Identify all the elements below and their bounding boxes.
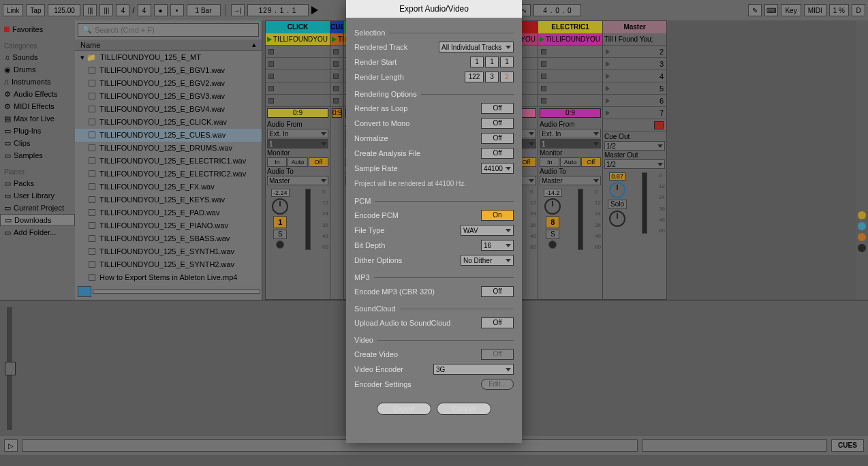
sidebar-item-samples[interactable]: ▭Samples bbox=[0, 149, 75, 161]
clip-slot[interactable] bbox=[538, 58, 602, 70]
sidebar-item-midi-effects[interactable]: ⚙MIDI Effects bbox=[0, 100, 75, 112]
solo-button[interactable]: Solo bbox=[608, 200, 627, 209]
sidebar-item-sounds[interactable]: ♫Sounds bbox=[0, 51, 75, 63]
clip-slot[interactable] bbox=[330, 58, 343, 70]
clip-09[interactable]: 0:9 bbox=[332, 108, 342, 118]
sidebar-item-audio-effects[interactable]: ⚙Audio Effects bbox=[0, 88, 75, 100]
file-row[interactable]: TILLIFOUNDYOU_125_E_FX.wav bbox=[75, 181, 262, 193]
sidebar-item-current-project[interactable]: ▭Current Project bbox=[0, 202, 75, 214]
file-row[interactable]: TILLIFOUNDYOU_125_E_BGV1.wav bbox=[75, 64, 262, 77]
folder-row[interactable]: ▾ 📁 TILLIFOUNDYOU_125_E_MT bbox=[75, 51, 262, 63]
clip-slot[interactable] bbox=[330, 46, 343, 58]
normalize-toggle[interactable]: Off bbox=[481, 133, 514, 144]
follow-icon[interactable]: →| bbox=[231, 4, 245, 16]
clip-slot[interactable] bbox=[538, 82, 602, 95]
clip-slot[interactable] bbox=[266, 95, 330, 107]
sidebar-item-clips[interactable]: ▭Clips bbox=[0, 137, 75, 149]
clip-09[interactable]: 0:9 bbox=[540, 108, 601, 118]
sidebar-item-user-library[interactable]: ▭User Library bbox=[0, 189, 75, 202]
key-button[interactable]: Key bbox=[781, 4, 801, 16]
clip-slot[interactable] bbox=[538, 95, 602, 107]
draw-icon[interactable]: ✎ bbox=[748, 4, 762, 16]
sidebar-item-max-for-live[interactable]: ▤Max for Live bbox=[0, 112, 75, 125]
file-row[interactable]: TILLIFOUNDYOU_125_E_SYNTH2.wav bbox=[75, 258, 262, 271]
search-input[interactable]: 🔍 Search (Cmd + F) bbox=[78, 23, 259, 37]
solo-button[interactable]: S bbox=[546, 230, 559, 239]
scene-1[interactable]: Till I Found You; bbox=[603, 33, 666, 46]
scene-slot[interactable]: 3 bbox=[603, 58, 666, 70]
file-row[interactable]: TILLIFOUNDYOU_125_E_SYNTH1.wav bbox=[75, 245, 262, 258]
level-meter[interactable] bbox=[305, 189, 311, 250]
sidebar-item-packs[interactable]: ▭Packs bbox=[0, 177, 75, 189]
file-row[interactable]: TILLIFOUNDYOU_125_E_PIANO.wav bbox=[75, 219, 262, 232]
track-header[interactable]: CLICK bbox=[266, 21, 330, 33]
master-meter[interactable] bbox=[642, 172, 647, 234]
file-row[interactable]: TILLIFOUNDYOU_125_E_ELECTRIC1.wav bbox=[75, 155, 262, 168]
clip[interactable]: TILLIFOUNDYOU bbox=[266, 33, 330, 46]
record-button[interactable] bbox=[548, 240, 557, 249]
encode-pcm-toggle[interactable]: On bbox=[481, 210, 514, 221]
sidebar-item-add-folder---[interactable]: ▭Add Folder... bbox=[0, 226, 75, 238]
master-db[interactable]: 0.87 bbox=[609, 172, 625, 181]
sidebar-item-drums[interactable]: ◉Drums bbox=[0, 63, 75, 76]
monitor-in-button[interactable]: In bbox=[267, 157, 287, 167]
tap-button[interactable]: Tap bbox=[26, 4, 45, 16]
delay-toggle[interactable] bbox=[858, 244, 866, 252]
keyboard-icon[interactable]: ⌨ bbox=[764, 4, 778, 16]
mixer-toggle[interactable] bbox=[858, 233, 866, 241]
track-number-button[interactable]: 1 bbox=[273, 216, 287, 228]
export-button[interactable]: Export bbox=[377, 403, 431, 415]
sort-icon[interactable]: ▴ bbox=[252, 40, 256, 49]
audio-to-dropdown[interactable]: Master bbox=[267, 176, 328, 185]
file-row[interactable]: TILLIFOUNDYOU_125_E_DRUMS.wav bbox=[75, 142, 262, 155]
file-row[interactable]: TILLIFOUNDYOU_125_E_BGV2.wav bbox=[75, 77, 262, 90]
cancel-button[interactable]: Cancel bbox=[437, 403, 491, 415]
position-field[interactable]: 129 . 1 . 1 bbox=[247, 4, 309, 16]
master-out-dropdown[interactable]: 1/2 bbox=[604, 159, 665, 169]
clip-slot[interactable] bbox=[538, 46, 602, 58]
monitor-auto-button[interactable]: Auto bbox=[288, 157, 307, 167]
render-start-field[interactable]: 111 bbox=[470, 57, 514, 67]
file-row[interactable]: TILLIFOUNDYOU_125_E_BGV4.wav bbox=[75, 103, 262, 116]
clip-slot[interactable] bbox=[266, 70, 330, 82]
dither-dropdown[interactable]: No Dither bbox=[461, 255, 514, 266]
preview-play-button[interactable] bbox=[78, 286, 91, 297]
upload-sc-toggle[interactable]: Off bbox=[481, 317, 514, 328]
clip-slot[interactable] bbox=[538, 70, 602, 82]
file-type-dropdown[interactable]: WAV bbox=[461, 225, 514, 236]
rendered-track-dropdown[interactable]: All Individual Tracks bbox=[439, 42, 514, 52]
column-header[interactable]: Name▴ bbox=[75, 40, 262, 52]
metronome-icon[interactable]: ||| bbox=[83, 4, 97, 16]
monitor-in-button[interactable]: In bbox=[540, 157, 559, 167]
preview-scrubber[interactable] bbox=[93, 290, 260, 294]
render-loop-toggle[interactable]: Off bbox=[481, 103, 514, 114]
io-toggle[interactable] bbox=[858, 211, 866, 219]
sends-toggle[interactable] bbox=[858, 222, 866, 230]
encode-mp3-toggle[interactable]: Off bbox=[481, 286, 514, 297]
audio-from-dropdown[interactable]: Ext. In bbox=[540, 129, 601, 138]
sidebar-item-plug-ins[interactable]: ▭Plug-Ins bbox=[0, 125, 75, 137]
channel-dropdown[interactable]: 1 bbox=[267, 139, 328, 149]
sidebar-item-instruments[interactable]: ⎍Instruments bbox=[0, 76, 75, 88]
dot-icon[interactable]: • bbox=[170, 4, 184, 16]
status-play-icon[interactable]: ▷ bbox=[4, 439, 18, 452]
metronome2-icon[interactable]: ||| bbox=[99, 4, 113, 16]
pan-knob[interactable] bbox=[544, 198, 561, 215]
tempo-field[interactable]: 125.00 bbox=[48, 4, 80, 16]
file-row[interactable]: TILLIFOUNDYOU_125_E_BGV3.wav bbox=[75, 90, 262, 103]
monitor-off-button[interactable]: Off bbox=[309, 157, 328, 167]
clip-slot[interactable] bbox=[330, 82, 343, 95]
disk-icon[interactable]: D bbox=[852, 4, 865, 16]
file-row[interactable]: TILLIFOUNDYOU_125_E_CUES.wav bbox=[75, 129, 262, 142]
file-row[interactable]: TILLIFOUNDYOU_125_E_SBASS.wav bbox=[75, 232, 262, 245]
scene-slot[interactable]: 6 bbox=[603, 95, 666, 107]
clip[interactable]: TILLIFOUNDYOU bbox=[330, 33, 343, 46]
scene-slot[interactable]: 7 bbox=[603, 107, 666, 119]
audio-from-dropdown[interactable]: Ext. In bbox=[267, 129, 328, 138]
db-value[interactable]: -2.24 bbox=[271, 189, 290, 197]
monitor-off-button[interactable]: Off bbox=[581, 157, 601, 167]
record-button[interactable] bbox=[276, 240, 284, 249]
loop-length[interactable]: 4 . 0 . 0 bbox=[533, 4, 581, 16]
track-header[interactable]: ELECTRIC1 bbox=[538, 21, 602, 33]
file-row[interactable]: How to Export Stems in Ableton Live.mp4 bbox=[75, 271, 262, 284]
